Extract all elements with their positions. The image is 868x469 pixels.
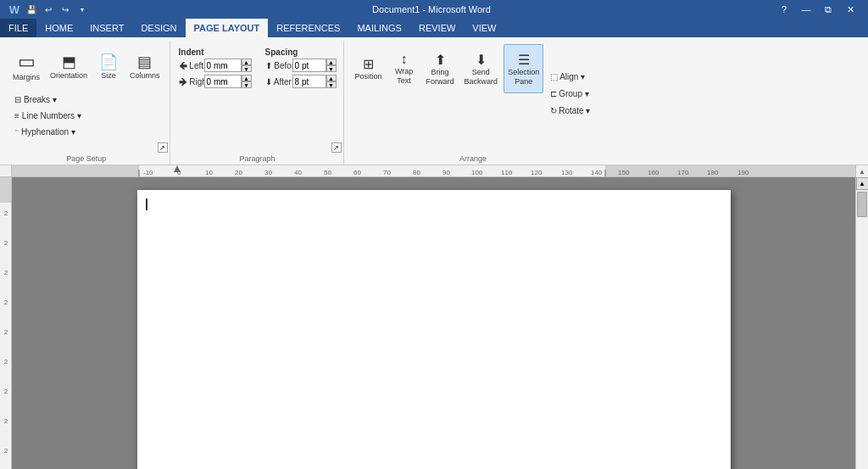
breaks-button[interactable]: ⊟ Breaks ▾ bbox=[10, 92, 164, 107]
rotate-button[interactable]: ↻ Rotate ▾ bbox=[547, 103, 593, 118]
paragraph-label: Paragraph bbox=[179, 153, 337, 165]
tab-review[interactable]: REVIEW bbox=[410, 19, 464, 37]
svg-text:2: 2 bbox=[4, 269, 8, 276]
line-numbers-icon: ≡ bbox=[14, 111, 19, 120]
spacing-before-down[interactable]: ▼ bbox=[326, 65, 337, 72]
document-area: -10 0 10 20 30 40 50 60 70 80 90 100 110… bbox=[0, 165, 868, 469]
indent-right-row: 🡺 Right: ▲ ▼ bbox=[179, 75, 252, 88]
selection-pane-button[interactable]: ☰ SelectionPane bbox=[504, 44, 543, 93]
page-setup-expand[interactable]: ↗ bbox=[158, 142, 168, 153]
scroll-track[interactable] bbox=[856, 190, 868, 469]
svg-text:20: 20 bbox=[235, 169, 242, 176]
tab-references[interactable]: REFERENCES bbox=[268, 19, 348, 37]
tab-home[interactable]: HOME bbox=[36, 19, 81, 37]
indent-left-row: 🡸 Left: ▲ ▼ bbox=[179, 59, 252, 72]
svg-text:90: 90 bbox=[442, 169, 450, 176]
svg-rect-0 bbox=[12, 165, 139, 177]
ruler-row: -10 0 10 20 30 40 50 60 70 80 90 100 110… bbox=[0, 165, 868, 177]
position-button[interactable]: ⊞ Position bbox=[351, 44, 387, 93]
rotate-label: Rotate ▾ bbox=[559, 106, 590, 115]
svg-text:180: 180 bbox=[707, 169, 719, 176]
line-numbers-button[interactable]: ≡ Line Numbers ▾ bbox=[10, 108, 164, 123]
hyphenation-button[interactable]: ⁻ Hyphenation ▾ bbox=[10, 124, 164, 139]
indent-left-down[interactable]: ▼ bbox=[242, 65, 252, 72]
spacing-title: Spacing bbox=[265, 47, 337, 57]
indent-left-label: 🡸 Left: bbox=[179, 61, 203, 70]
scroll-up-button[interactable]: ▲ bbox=[856, 177, 869, 190]
svg-text:110: 110 bbox=[501, 169, 513, 176]
size-icon: 📄 bbox=[99, 54, 118, 70]
customize-qat-button[interactable]: ▾ bbox=[75, 2, 90, 17]
svg-text:130: 130 bbox=[561, 169, 573, 176]
indent-right-input-group: ▲ ▼ bbox=[204, 75, 252, 88]
group-button[interactable]: ⊏ Group ▾ bbox=[547, 86, 593, 101]
save-button[interactable]: 💾 bbox=[24, 2, 39, 17]
tab-view[interactable]: VIEW bbox=[464, 19, 504, 37]
restore-button[interactable]: ⧉ bbox=[817, 0, 839, 19]
ruler-collapse-button[interactable]: ▲ bbox=[855, 165, 868, 177]
group-label: Group ▾ bbox=[559, 89, 589, 98]
indent-right-up[interactable]: ▲ bbox=[242, 75, 252, 81]
columns-button[interactable]: ▤ Columns bbox=[125, 42, 164, 92]
wrap-text-button[interactable]: ↕ WrapText bbox=[388, 44, 420, 93]
spacing-section: Spacing ⬆ Before: ▲ ▼ ⬇ After: bbox=[265, 47, 337, 88]
undo-button[interactable]: ↩ bbox=[41, 2, 56, 17]
svg-text:160: 160 bbox=[648, 169, 659, 176]
redo-button[interactable]: ↪ bbox=[58, 2, 73, 17]
spacing-before-input-group: ▲ ▼ bbox=[292, 59, 337, 72]
align-button[interactable]: ⬚ Align ▾ bbox=[547, 69, 593, 84]
ruler-h-svg: -10 0 10 20 30 40 50 60 70 80 90 100 110… bbox=[12, 165, 855, 177]
svg-text:10: 10 bbox=[205, 169, 213, 176]
svg-text:2: 2 bbox=[4, 239, 8, 247]
align-icon: ⬚ bbox=[550, 72, 558, 81]
spacing-before-spin: ▲ ▼ bbox=[326, 59, 337, 72]
tab-design[interactable]: DESIGN bbox=[132, 19, 185, 37]
help-button[interactable]: ? bbox=[773, 0, 795, 19]
indent-right-down[interactable]: ▼ bbox=[242, 81, 252, 88]
ruler-corner bbox=[0, 165, 12, 177]
doc-body: 2 2 2 2 2 2 2 2 2 2 2 ▲ bbox=[0, 177, 868, 469]
indent-left-up[interactable]: ▲ bbox=[242, 59, 252, 65]
close-button[interactable]: ✕ bbox=[839, 0, 861, 19]
margins-button[interactable]: ▭ Margins bbox=[8, 42, 44, 92]
indent-left-spin: ▲ ▼ bbox=[242, 59, 252, 72]
orientation-button[interactable]: ⬒ Orientation bbox=[46, 42, 92, 92]
size-button[interactable]: 📄 Size bbox=[93, 42, 124, 92]
minimize-button[interactable]: — bbox=[795, 0, 817, 19]
spacing-after-input[interactable] bbox=[292, 75, 326, 88]
position-icon: ⊞ bbox=[363, 56, 374, 72]
indent-left-input-group: ▲ ▼ bbox=[204, 59, 252, 72]
svg-text:2: 2 bbox=[4, 388, 8, 395]
spacing-after-down[interactable]: ▼ bbox=[326, 81, 337, 88]
send-backward-button[interactable]: ⬇ SendBackward bbox=[460, 44, 503, 93]
scroll-thumb[interactable] bbox=[857, 192, 867, 217]
ruler-v-svg: 2 2 2 2 2 2 2 2 2 2 2 bbox=[0, 177, 12, 469]
tab-mailings[interactable]: MAILINGS bbox=[348, 19, 410, 37]
size-label: Size bbox=[101, 71, 116, 81]
horizontal-ruler: -10 0 10 20 30 40 50 60 70 80 90 100 110… bbox=[12, 165, 855, 177]
indent-right-input[interactable] bbox=[204, 75, 242, 88]
selection-pane-icon: ☰ bbox=[518, 52, 530, 68]
indent-left-input[interactable] bbox=[204, 59, 242, 72]
group-icon: ⊏ bbox=[550, 89, 557, 98]
indent-right-label: 🡺 Right: bbox=[179, 77, 203, 87]
spacing-after-label: ⬇ After: bbox=[265, 77, 291, 87]
document-page bbox=[137, 190, 731, 469]
spacing-before-label: ⬆ Before: bbox=[265, 61, 291, 70]
spacing-after-up[interactable]: ▲ bbox=[326, 75, 337, 81]
paragraph-expand[interactable]: ↗ bbox=[331, 142, 342, 153]
wrap-text-icon: ↕ bbox=[401, 52, 408, 67]
bring-forward-button[interactable]: ⬆ BringForward bbox=[422, 44, 459, 93]
svg-text:2: 2 bbox=[4, 447, 8, 455]
spacing-before-input[interactable] bbox=[292, 59, 326, 72]
indent-section: Indent 🡸 Left: ▲ ▼ 🡺 Right: bbox=[179, 47, 252, 88]
svg-text:100: 100 bbox=[471, 169, 483, 176]
tab-insert[interactable]: INSERT bbox=[81, 19, 132, 37]
svg-text:2: 2 bbox=[4, 417, 8, 425]
spacing-before-up[interactable]: ▲ bbox=[326, 59, 337, 65]
tab-page-layout[interactable]: PAGE LAYOUT bbox=[186, 19, 269, 37]
indent-title: Indent bbox=[179, 47, 252, 57]
orientation-label: Orientation bbox=[50, 71, 87, 81]
document-scroll-area[interactable] bbox=[12, 177, 855, 469]
tab-file[interactable]: FILE bbox=[0, 19, 36, 37]
